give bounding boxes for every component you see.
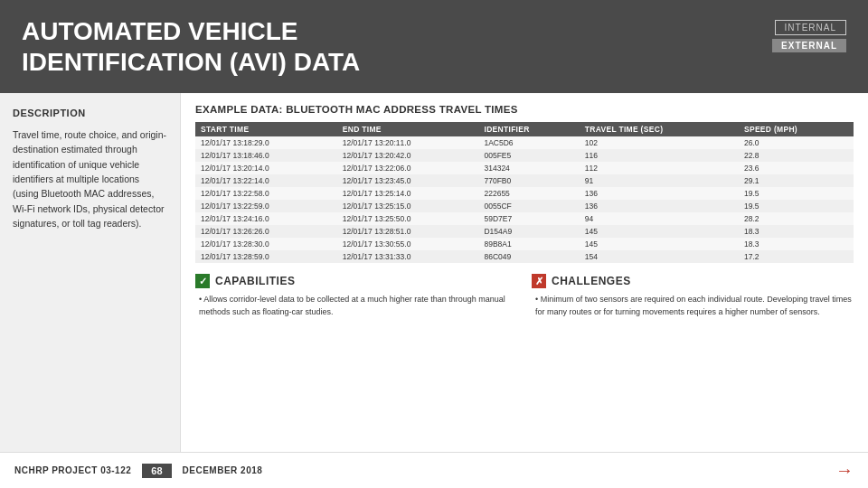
- arrow-icon[interactable]: →: [835, 460, 854, 481]
- table-row: 12/01/17 13:22:59.012/01/17 13:25:15.000…: [195, 200, 854, 212]
- project-label: NCHRP PROJECT 03-122: [14, 465, 131, 475]
- capabilities-section: ✓ CAPABILITIES Allows corridor-level dat…: [195, 274, 517, 445]
- table-row: 12/01/17 13:18:29.012/01/17 13:20:11.01A…: [195, 136, 854, 149]
- table-cell: 154: [580, 250, 739, 263]
- table-cell: 18.3: [739, 238, 854, 250]
- table-cell: 136: [580, 200, 739, 212]
- table-row: 12/01/17 13:22:58.012/01/17 13:25:14.022…: [195, 187, 854, 200]
- table-row: 12/01/17 13:26:26.012/01/17 13:28:51.0D1…: [195, 225, 854, 238]
- capabilities-header: ✓ CAPABILITIES: [195, 274, 517, 288]
- table-cell: 12/01/17 13:22:59.0: [195, 200, 337, 212]
- table-cell: 12/01/17 13:25:50.0: [337, 212, 479, 225]
- table-cell: 12/01/17 13:22:58.0: [195, 187, 337, 200]
- check-icon: ✓: [195, 274, 210, 288]
- table-cell: 12/01/17 13:20:11.0: [337, 136, 479, 149]
- data-table: START TIME END TIME IDENTIFIER TRAVEL TI…: [195, 122, 854, 263]
- table-cell: 12/01/17 13:30:55.0: [337, 238, 479, 250]
- table-cell: 22.8: [739, 149, 854, 162]
- table-cell: 12/01/17 13:31:33.0: [337, 250, 479, 263]
- page-title: AUTOMATED VEHICLE IDENTIFICATION (AVI) D…: [22, 16, 360, 77]
- table-body: 12/01/17 13:18:29.012/01/17 13:20:11.01A…: [195, 136, 854, 263]
- col-header-start-time: START TIME: [195, 122, 337, 136]
- page: AUTOMATED VEHICLE IDENTIFICATION (AVI) D…: [0, 0, 868, 488]
- description-text: Travel time, route choice, and origin-de…: [13, 127, 167, 230]
- table-cell: 86C049: [478, 250, 579, 263]
- table-header: START TIME END TIME IDENTIFIER TRAVEL TI…: [195, 122, 854, 136]
- table-cell: 12/01/17 13:24:16.0: [195, 212, 337, 225]
- x-icon: ✗: [532, 274, 546, 288]
- table-cell: 28.2: [739, 212, 854, 225]
- footer: NCHRP PROJECT 03-122 68 DECEMBER 2018 →: [0, 452, 868, 488]
- internal-badge: INTERNAL: [775, 20, 846, 35]
- col-header-speed: SPEED (MPH): [739, 122, 854, 136]
- col-header-identifier: IDENTIFIER: [478, 122, 579, 136]
- table-cell: 19.5: [739, 200, 854, 212]
- table-cell: 12/01/17 13:28:30.0: [195, 238, 337, 250]
- table-row: 12/01/17 13:28:59.012/01/17 13:31:33.086…: [195, 250, 854, 263]
- table-row: 12/01/17 13:18:46.012/01/17 13:20:42.000…: [195, 149, 854, 162]
- table-cell: 12/01/17 13:26:26.0: [195, 225, 337, 238]
- table-row: 12/01/17 13:28:30.012/01/17 13:30:55.089…: [195, 238, 854, 250]
- table-cell: 112: [580, 162, 739, 174]
- table-cell: 17.2: [739, 250, 854, 263]
- table-cell: 314324: [478, 162, 579, 174]
- table-cell: 12/01/17 13:22:14.0: [195, 174, 337, 187]
- col-header-end-time: END TIME: [337, 122, 479, 136]
- table-cell: 116: [580, 149, 739, 162]
- table-cell: 89B8A1: [478, 238, 579, 250]
- header: AUTOMATED VEHICLE IDENTIFICATION (AVI) D…: [0, 0, 868, 93]
- table-cell: 19.5: [739, 187, 854, 200]
- challenges-header: ✗ CHALLENGES: [532, 274, 854, 288]
- footer-date: DECEMBER 2018: [183, 465, 263, 475]
- table-cell: 0055CF: [478, 200, 579, 212]
- table-cell: 12/01/17 13:22:06.0: [337, 162, 479, 174]
- table-cell: 59D7E7: [478, 212, 579, 225]
- table-row: 12/01/17 13:20:14.012/01/17 13:22:06.031…: [195, 162, 854, 174]
- table-row: 12/01/17 13:22:14.012/01/17 13:23:45.077…: [195, 174, 854, 187]
- table-cell: 12/01/17 13:28:59.0: [195, 250, 337, 263]
- table-cell: 136: [580, 187, 739, 200]
- main-content: DESCRIPTION Travel time, route choice, a…: [0, 93, 868, 452]
- table-cell: 91: [580, 174, 739, 187]
- table-cell: 1AC5D6: [478, 136, 579, 149]
- bottom-section: ✓ CAPABILITIES Allows corridor-level dat…: [195, 274, 854, 445]
- table-cell: 18.3: [739, 225, 854, 238]
- table-cell: 12/01/17 13:28:51.0: [337, 225, 479, 238]
- table-cell: 12/01/17 13:18:29.0: [195, 136, 337, 149]
- table-cell: 222655: [478, 187, 579, 200]
- challenges-bullet: Minimum of two sensors are required on e…: [532, 294, 854, 318]
- content-area: EXAMPLE DATA: BLUETOOTH MAC ADDRESS TRAV…: [181, 93, 868, 452]
- table-cell: 12/01/17 13:20:42.0: [337, 149, 479, 162]
- description-sidebar: DESCRIPTION Travel time, route choice, a…: [0, 93, 181, 452]
- example-title: EXAMPLE DATA: BLUETOOTH MAC ADDRESS TRAV…: [195, 104, 854, 115]
- col-header-travel-time: TRAVEL TIME (SEC): [580, 122, 739, 136]
- external-badge: EXTERNAL: [772, 39, 846, 52]
- table-cell: 12/01/17 13:25:15.0: [337, 200, 479, 212]
- table-cell: 12/01/17 13:25:14.0: [337, 187, 479, 200]
- table-cell: 29.1: [739, 174, 854, 187]
- table-row: 12/01/17 13:24:16.012/01/17 13:25:50.059…: [195, 212, 854, 225]
- table-cell: 102: [580, 136, 739, 149]
- capabilities-bullet: Allows corridor-level data to be collect…: [195, 294, 517, 318]
- table-cell: 005FE5: [478, 149, 579, 162]
- challenges-label: CHALLENGES: [552, 275, 631, 287]
- table-cell: 145: [580, 225, 739, 238]
- badge-group: INTERNAL EXTERNAL: [772, 20, 846, 52]
- table-cell: 770FB0: [478, 174, 579, 187]
- table-cell: 94: [580, 212, 739, 225]
- table-cell: D154A9: [478, 225, 579, 238]
- capabilities-label: CAPABILITIES: [215, 275, 295, 287]
- table-cell: 23.6: [739, 162, 854, 174]
- table-cell: 26.0: [739, 136, 854, 149]
- challenges-section: ✗ CHALLENGES Minimum of two sensors are …: [532, 274, 854, 445]
- table-cell: 12/01/17 13:18:46.0: [195, 149, 337, 162]
- table-cell: 12/01/17 13:23:45.0: [337, 174, 479, 187]
- page-number: 68: [142, 464, 171, 478]
- table-cell: 145: [580, 238, 739, 250]
- table-cell: 12/01/17 13:20:14.0: [195, 162, 337, 174]
- description-label: DESCRIPTION: [13, 108, 167, 118]
